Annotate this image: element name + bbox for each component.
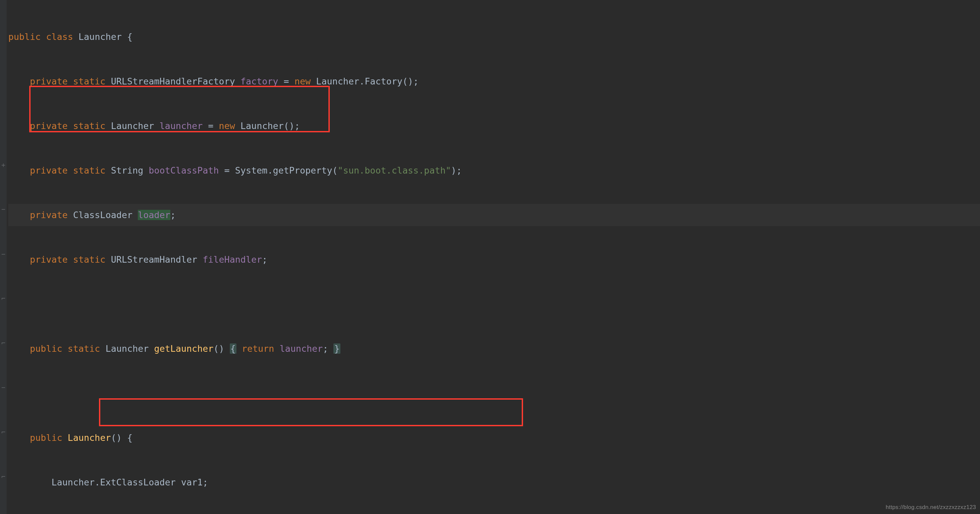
code-line-blank[interactable]: [8, 382, 980, 404]
fold-close-icon[interactable]: ⌐: [1, 296, 6, 301]
code-editor[interactable]: + − − ⌐ ⌐ − ⌐ ⌐ public class Launcher { …: [0, 0, 980, 514]
fold-minus-icon[interactable]: −: [1, 251, 6, 257]
code-line[interactable]: private static Launcher launcher = new L…: [8, 115, 980, 137]
code-line[interactable]: private static String bootClassPath = Sy…: [8, 159, 980, 182]
fold-minus-icon[interactable]: −: [1, 385, 6, 390]
code-line[interactable]: Launcher.ExtClassLoader var1;: [8, 471, 980, 493]
code-line[interactable]: private static URLStreamHandler fileHand…: [8, 248, 980, 271]
fold-close-icon[interactable]: ⌐: [1, 474, 6, 479]
fold-minus-icon[interactable]: −: [1, 206, 6, 212]
fold-close-icon[interactable]: ⌐: [1, 340, 6, 346]
code-line-blank[interactable]: [8, 293, 980, 315]
watermark: https://blog.csdn.net/zxzzxzzxz123: [886, 504, 976, 511]
fold-close-icon[interactable]: ⌐: [1, 429, 6, 435]
code-line[interactable]: public class Launcher {: [8, 26, 980, 48]
code-line-current[interactable]: private ClassLoader loader;: [8, 204, 980, 226]
code-area[interactable]: public class Launcher { private static U…: [8, 3, 980, 514]
code-line[interactable]: public Launcher() {: [8, 426, 980, 449]
code-line[interactable]: public static Launcher getLauncher() { r…: [8, 337, 980, 360]
fold-plus-icon[interactable]: +: [1, 162, 6, 168]
gutter: + − − ⌐ ⌐ − ⌐ ⌐: [0, 0, 6, 514]
code-line[interactable]: private static URLStreamHandlerFactory f…: [8, 70, 980, 93]
